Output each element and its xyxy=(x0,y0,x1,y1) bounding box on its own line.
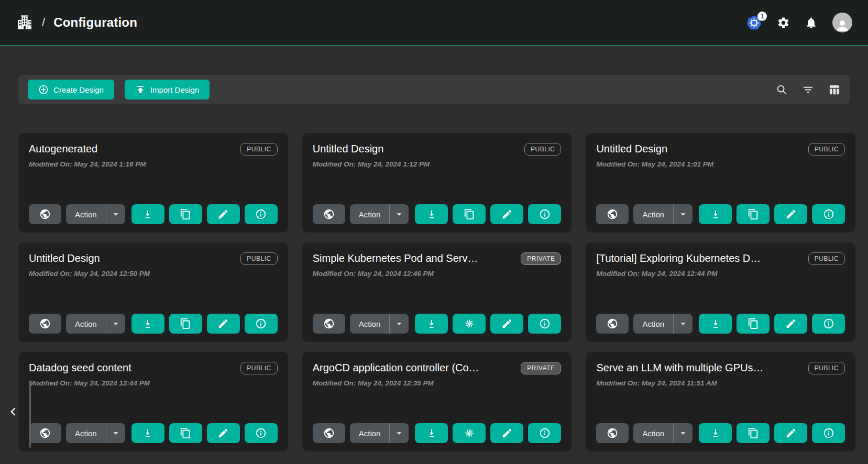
download-icon xyxy=(426,318,437,329)
kubernetes-context-button[interactable]: 1 xyxy=(746,15,762,31)
avatar[interactable] xyxy=(832,13,852,32)
info-button[interactable] xyxy=(245,314,278,334)
clone-button[interactable] xyxy=(737,314,770,334)
building-icon[interactable] xyxy=(16,14,34,31)
edit-button[interactable] xyxy=(490,204,523,224)
chevron-down-icon xyxy=(677,427,689,439)
app-header: / Configuration 1 xyxy=(0,0,868,46)
edit-button[interactable] xyxy=(774,314,807,334)
visibility-badge: PUBLIC xyxy=(808,143,845,156)
edit-button[interactable] xyxy=(774,423,807,443)
clone-button[interactable] xyxy=(169,204,202,224)
action-dropdown-toggle[interactable] xyxy=(674,423,693,443)
globe-icon xyxy=(607,208,618,220)
design-card: Simple Kubernetes Pod and Serv… PRIVATE … xyxy=(302,242,572,342)
visibility-globe-button[interactable] xyxy=(596,204,629,224)
action-dropdown-toggle[interactable] xyxy=(390,204,409,224)
action-dropdown-toggle[interactable] xyxy=(390,314,409,334)
chevron-down-icon xyxy=(110,318,122,329)
edit-button[interactable] xyxy=(207,204,240,224)
edit-button[interactable] xyxy=(207,314,240,334)
edit-button[interactable] xyxy=(490,423,523,443)
visibility-globe-button[interactable] xyxy=(313,314,345,334)
info-icon xyxy=(539,427,551,439)
action-button[interactable]: Action xyxy=(350,423,390,443)
visibility-globe-button[interactable] xyxy=(29,423,61,443)
action-button[interactable]: Action xyxy=(350,204,390,224)
info-button[interactable] xyxy=(245,423,278,443)
search-button[interactable] xyxy=(776,84,788,96)
download-button[interactable] xyxy=(699,204,732,224)
pencil-icon xyxy=(785,318,797,329)
design-grid: Autogenerated PUBLIC Modified On: May 24… xyxy=(18,133,850,451)
action-dropdown-toggle[interactable] xyxy=(674,314,693,334)
info-icon xyxy=(823,318,834,329)
download-icon xyxy=(710,318,721,329)
card-action-bar: Action xyxy=(596,204,845,224)
action-dropdown-toggle[interactable] xyxy=(106,314,125,334)
edit-button[interactable] xyxy=(774,204,807,224)
action-button[interactable]: Action xyxy=(66,423,106,443)
clone-button[interactable] xyxy=(737,423,770,443)
clone-button[interactable] xyxy=(453,204,486,224)
pencil-icon xyxy=(785,427,797,439)
action-button[interactable]: Action xyxy=(66,204,106,224)
visibility-globe-button[interactable] xyxy=(29,204,61,224)
drawer-collapse-button[interactable] xyxy=(5,404,21,419)
import-design-button[interactable]: Import Design xyxy=(125,80,210,100)
filter-button[interactable] xyxy=(802,84,814,96)
info-button[interactable] xyxy=(528,314,561,334)
filter-icon xyxy=(802,84,814,96)
visibility-globe-button[interactable] xyxy=(596,314,629,334)
action-dropdown-toggle[interactable] xyxy=(674,204,693,224)
download-button[interactable] xyxy=(699,314,732,334)
action-button[interactable]: Action xyxy=(350,314,390,334)
clone-button[interactable] xyxy=(453,423,486,443)
visibility-globe-button[interactable] xyxy=(313,423,345,443)
action-button[interactable]: Action xyxy=(633,204,673,224)
download-button[interactable] xyxy=(131,314,164,334)
info-button[interactable] xyxy=(245,204,278,224)
clone-button[interactable] xyxy=(737,204,770,224)
notifications-button[interactable] xyxy=(805,16,818,29)
info-button[interactable] xyxy=(528,423,561,443)
visibility-globe-button[interactable] xyxy=(313,204,345,224)
action-dropdown-toggle[interactable] xyxy=(390,423,409,443)
visibility-globe-button[interactable] xyxy=(29,314,61,334)
settings-button[interactable] xyxy=(777,16,790,29)
visibility-badge: PUBLIC xyxy=(808,362,845,374)
download-button[interactable] xyxy=(131,204,164,224)
action-dropdown-toggle[interactable] xyxy=(106,204,125,224)
visibility-badge: PUBLIC xyxy=(240,362,277,374)
info-button[interactable] xyxy=(812,314,845,334)
action-button[interactable]: Action xyxy=(633,314,673,334)
clone-button[interactable] xyxy=(453,314,486,334)
info-button[interactable] xyxy=(528,204,561,224)
visibility-globe-button[interactable] xyxy=(596,423,629,443)
modified-date: Modified On: May 24, 2024 1:16 PM xyxy=(29,160,278,168)
download-button[interactable] xyxy=(415,314,448,334)
download-button[interactable] xyxy=(131,423,164,443)
pencil-icon xyxy=(217,208,229,220)
grid-view-button[interactable] xyxy=(828,84,840,96)
design-card: Untitled Design PUBLIC Modified On: May … xyxy=(586,133,855,233)
globe-icon xyxy=(323,427,335,439)
clone-button[interactable] xyxy=(169,314,202,334)
create-design-label: Create Design xyxy=(53,85,104,94)
pencil-icon xyxy=(501,427,513,439)
action-dropdown-toggle[interactable] xyxy=(106,423,125,443)
download-button[interactable] xyxy=(415,204,448,224)
edit-button[interactable] xyxy=(490,314,523,334)
info-button[interactable] xyxy=(812,204,845,224)
person-icon xyxy=(834,18,850,32)
download-button[interactable] xyxy=(415,423,448,443)
action-split-button: Action xyxy=(350,314,409,334)
edit-button[interactable] xyxy=(207,423,240,443)
info-button[interactable] xyxy=(812,423,845,443)
download-button[interactable] xyxy=(699,423,732,443)
create-design-button[interactable]: Create Design xyxy=(28,80,114,100)
action-button[interactable]: Action xyxy=(633,423,673,443)
clone-button[interactable] xyxy=(169,423,202,443)
card-action-bar: Action xyxy=(313,314,562,334)
action-button[interactable]: Action xyxy=(66,314,106,334)
